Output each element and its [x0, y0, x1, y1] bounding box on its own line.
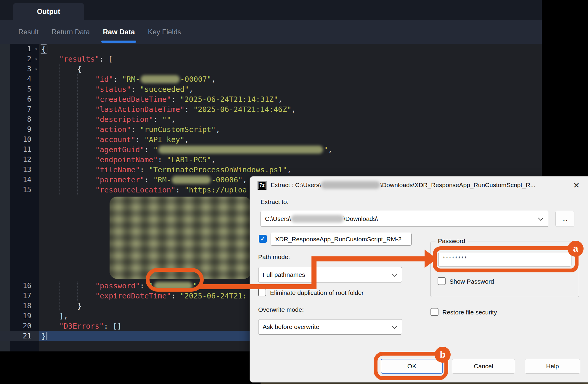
code-token: "resourceLocation" — [95, 186, 176, 194]
browse-button[interactable]: ... — [555, 211, 574, 227]
dialog-titlebar[interactable]: 7z Extract : C:\Users\ \Downloads\XDR_Re… — [250, 176, 588, 194]
code-line: 10"account": "API key", — [0, 134, 542, 144]
overwrite-mode-combobox[interactable]: Ask before overwrite — [258, 319, 402, 335]
extract-to-label: Extract to: — [261, 198, 289, 205]
help-button[interactable]: Help — [525, 359, 580, 374]
eliminate-duplication-checkbox[interactable] — [258, 288, 266, 296]
code-line: 7"lastActionDateTime": "2025-06-24T21:14… — [0, 104, 542, 114]
password-value-highlight — [146, 268, 204, 292]
check-icon: ✓ — [261, 235, 265, 242]
code-line: 8"description": "", — [0, 114, 542, 124]
code-token: "2025-06-24T21: — [180, 292, 247, 300]
line-number: 13 — [0, 165, 39, 175]
code-token: : — [176, 186, 184, 194]
path-prefix: C:\Users\ — [265, 215, 291, 222]
code-token: "TerminateProcessOnWindows.ps1" — [149, 166, 287, 174]
cancel-button[interactable]: Cancel — [452, 359, 515, 374]
fold-arrow-icon[interactable]: ▾ — [35, 46, 38, 52]
code-token: "D3Errors" — [59, 322, 104, 330]
code-line: 1▾{ — [0, 44, 542, 54]
code-token: : — [131, 85, 140, 94]
archive-name-field[interactable]: XDR_ResponseApp_RunCustomScript_RM-2 — [271, 233, 412, 246]
code-token: -00007" — [180, 75, 211, 83]
annotation-arrow-segment — [316, 256, 425, 261]
code-token: } — [77, 302, 82, 310]
code-token: "fileName" — [95, 166, 140, 174]
code-token: : — [144, 176, 153, 184]
annotation-badge-a: a — [568, 241, 584, 257]
tab-result[interactable]: Result — [18, 20, 38, 44]
line-number: 2▾ — [0, 54, 39, 64]
tab-return-data[interactable]: Return Data — [52, 20, 90, 44]
line-number: 14 — [0, 175, 39, 185]
chevron-down-icon — [392, 271, 397, 277]
code-token: : — [171, 292, 180, 300]
code-line: 9"action": "runCustomScript", — [0, 124, 542, 134]
restore-file-security-label: Restore file security — [442, 309, 497, 316]
line-number: 4 — [0, 74, 39, 84]
code-token: "id" — [95, 75, 113, 83]
close-icon[interactable]: ✕ — [571, 180, 581, 190]
line-number: 15 — [0, 185, 39, 195]
line-number: 8 — [0, 114, 39, 124]
password-group-label: Password — [436, 237, 467, 245]
chevron-down-icon — [392, 323, 397, 329]
redacted-username — [291, 215, 344, 223]
code-line: 11"agentGuid": "", — [0, 144, 542, 155]
code-token: : — [131, 125, 140, 134]
line-number: 12 — [0, 155, 39, 165]
code-token: , — [278, 95, 282, 104]
code-token: { — [77, 65, 82, 73]
dialog-title-suffix: \Downloads\XDR_ResponseApp_RunCustomScri… — [380, 181, 535, 189]
code-token: : — [113, 75, 122, 83]
code-token: "runCustomScript" — [140, 125, 216, 134]
code-line: 13"fileName": "TerminateProcessOnWindows… — [0, 165, 542, 175]
path-suffix: \Downloads\ — [344, 215, 378, 222]
path-mode-value: Full pathnames — [263, 271, 305, 278]
annotation-badge-b: b — [435, 347, 451, 363]
chevron-down-icon — [538, 215, 543, 221]
show-password-checkbox[interactable] — [438, 277, 446, 285]
fold-arrow-icon[interactable]: ▾ — [35, 56, 38, 62]
code-token: "2025-06-24T21:14:46Z" — [193, 105, 291, 114]
code-token: , — [242, 176, 247, 184]
line-number: 3▾ — [0, 64, 39, 74]
code-token: "succeeded" — [140, 85, 189, 94]
path-mode-combobox[interactable]: Full pathnames — [258, 267, 402, 282]
code-token: : — [153, 115, 162, 124]
eliminate-duplication-label: Eliminate duplication of root folder — [270, 289, 364, 296]
code-token: : — [184, 105, 193, 114]
fold-arrow-icon[interactable]: ▾ — [35, 66, 38, 72]
code-token: , — [328, 145, 332, 154]
output-window-tab[interactable]: Output — [13, 3, 84, 20]
code-token: : — [171, 95, 180, 104]
annotation-arrow-segment — [199, 284, 315, 289]
restore-file-security-checkbox[interactable] — [430, 308, 438, 316]
code-token: "results" — [59, 55, 99, 63]
code-token: , — [184, 135, 189, 144]
line-number: 19 — [0, 311, 39, 321]
code-token: "endpointName" — [95, 155, 158, 164]
line-number: 18 — [0, 301, 39, 311]
code-token: " — [324, 145, 328, 154]
code-token: : [ — [99, 55, 113, 63]
redacted-value — [141, 75, 180, 83]
code-token: "expiredDateTime" — [95, 292, 171, 300]
line-number: 5 — [0, 84, 39, 94]
code-line: 4"id": "RM--00007", — [0, 74, 542, 84]
tab-raw-data[interactable]: Raw Data — [103, 20, 135, 44]
code-token: , — [287, 166, 291, 174]
code-token: , — [189, 85, 193, 94]
code-token: : — [135, 135, 144, 144]
code-token: "createdDateTime" — [95, 95, 171, 104]
redacted-content-block — [110, 197, 251, 279]
archive-checkbox[interactable]: ✓ — [259, 235, 267, 243]
tab-key-fields[interactable]: Key Fields — [148, 20, 181, 44]
line-number: 10 — [0, 134, 39, 144]
line-number: 1▾ — [0, 44, 39, 54]
line-number: 6 — [0, 94, 39, 104]
line-number: 17 — [0, 291, 39, 301]
redacted-value — [172, 176, 211, 184]
extract-path-combobox[interactable]: C:\Users\ \Downloads\ — [261, 211, 548, 227]
code-token: "" — [162, 115, 171, 124]
